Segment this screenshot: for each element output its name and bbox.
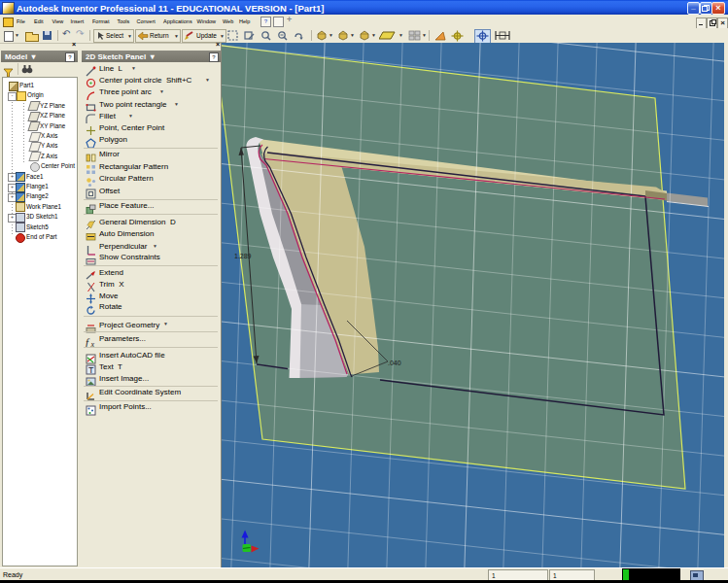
svg-text:1.289: 1.289 [234, 253, 252, 259]
svg-text:f: f [86, 336, 90, 347]
svg-text:.040: .040 [388, 360, 401, 366]
svg-text:x: x [90, 340, 95, 347]
